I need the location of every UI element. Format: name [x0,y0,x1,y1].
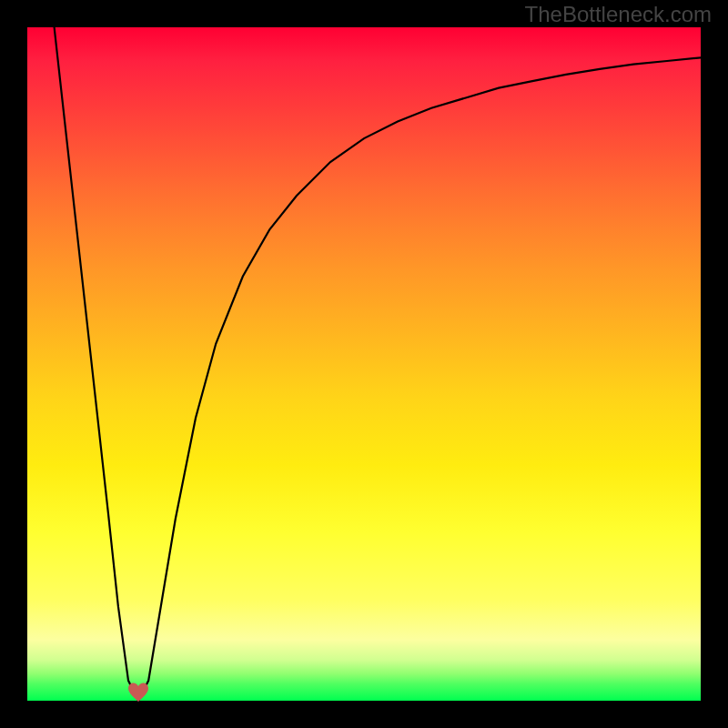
curve-svg [27,27,701,701]
plot-area [27,27,701,701]
chart-container: TheBottleneck.com [0,0,728,728]
heart-marker-icon [127,682,149,703]
watermark-text: TheBottleneck.com [525,2,712,27]
bottleneck-curve [55,27,701,701]
